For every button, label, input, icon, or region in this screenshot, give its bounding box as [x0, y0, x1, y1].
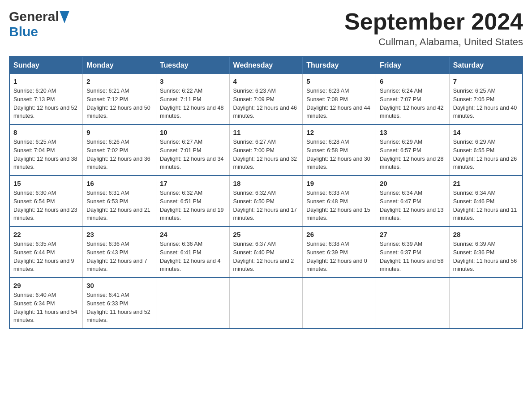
day-number: 7 [453, 77, 519, 85]
col-header-wednesday: Wednesday [229, 56, 303, 74]
day-number: 2 [86, 77, 152, 85]
day-number: 5 [306, 77, 372, 85]
calendar-cell: 26Sunrise: 6:38 AMSunset: 6:39 PMDayligh… [303, 227, 376, 278]
calendar-cell: 11Sunrise: 6:27 AMSunset: 7:00 PMDayligh… [229, 124, 303, 176]
day-number: 17 [160, 180, 226, 187]
calendar-cell: 8Sunrise: 6:25 AMSunset: 7:04 PMDaylight… [9, 124, 83, 176]
day-info: Sunrise: 6:34 AMSunset: 6:47 PMDaylight:… [380, 189, 446, 223]
calendar-cell: 15Sunrise: 6:30 AMSunset: 6:54 PMDayligh… [9, 176, 83, 227]
day-number: 16 [86, 180, 152, 187]
day-info: Sunrise: 6:41 AMSunset: 6:33 PMDaylight:… [86, 291, 152, 325]
calendar-cell: 29Sunrise: 6:40 AMSunset: 6:34 PMDayligh… [9, 278, 83, 329]
calendar-cell [376, 278, 450, 329]
day-info: Sunrise: 6:34 AMSunset: 6:46 PMDaylight:… [453, 189, 519, 223]
calendar-cell: 24Sunrise: 6:36 AMSunset: 6:41 PMDayligh… [156, 227, 229, 278]
calendar-cell: 23Sunrise: 6:36 AMSunset: 6:43 PMDayligh… [83, 227, 156, 278]
day-info: Sunrise: 6:21 AMSunset: 7:12 PMDaylight:… [86, 87, 152, 120]
col-header-monday: Monday [83, 56, 156, 74]
day-info: Sunrise: 6:40 AMSunset: 6:34 PMDaylight:… [13, 291, 79, 325]
calendar-week-row: 29Sunrise: 6:40 AMSunset: 6:34 PMDayligh… [9, 278, 523, 329]
day-info: Sunrise: 6:25 AMSunset: 7:05 PMDaylight:… [453, 87, 519, 120]
day-number: 14 [453, 128, 519, 136]
day-info: Sunrise: 6:35 AMSunset: 6:44 PMDaylight:… [13, 240, 79, 274]
day-info: Sunrise: 6:22 AMSunset: 7:11 PMDaylight:… [160, 87, 226, 120]
day-number: 15 [13, 180, 79, 187]
day-info: Sunrise: 6:36 AMSunset: 6:41 PMDaylight:… [160, 240, 226, 274]
day-info: Sunrise: 6:23 AMSunset: 7:08 PMDaylight:… [306, 87, 372, 120]
logo-general-text: General [9, 9, 59, 24]
calendar-week-row: 15Sunrise: 6:30 AMSunset: 6:54 PMDayligh… [9, 176, 523, 227]
day-info: Sunrise: 6:29 AMSunset: 6:57 PMDaylight:… [380, 138, 446, 171]
day-number: 3 [160, 77, 226, 85]
day-info: Sunrise: 6:33 AMSunset: 6:48 PMDaylight:… [306, 189, 372, 223]
day-number: 24 [160, 231, 226, 238]
calendar-cell [156, 278, 229, 329]
day-info: Sunrise: 6:39 AMSunset: 6:37 PMDaylight:… [380, 240, 446, 274]
day-info: Sunrise: 6:28 AMSunset: 6:58 PMDaylight:… [306, 138, 372, 171]
calendar-cell: 19Sunrise: 6:33 AMSunset: 6:48 PMDayligh… [303, 176, 376, 227]
calendar-cell: 21Sunrise: 6:34 AMSunset: 6:46 PMDayligh… [449, 176, 523, 227]
calendar-cell: 9Sunrise: 6:26 AMSunset: 7:02 PMDaylight… [83, 124, 156, 176]
calendar-week-row: 22Sunrise: 6:35 AMSunset: 6:44 PMDayligh… [9, 227, 523, 278]
calendar-cell: 1Sunrise: 6:20 AMSunset: 7:13 PMDaylight… [9, 74, 83, 124]
day-info: Sunrise: 6:39 AMSunset: 6:36 PMDaylight:… [453, 240, 519, 274]
day-info: Sunrise: 6:38 AMSunset: 6:39 PMDaylight:… [306, 240, 372, 274]
calendar-cell: 27Sunrise: 6:39 AMSunset: 6:37 PMDayligh… [376, 227, 450, 278]
calendar-header-row: SundayMondayTuesdayWednesdayThursdayFrid… [9, 56, 523, 74]
day-info: Sunrise: 6:27 AMSunset: 7:01 PMDaylight:… [160, 138, 226, 171]
day-number: 23 [86, 231, 152, 238]
day-number: 9 [86, 128, 152, 136]
calendar-cell [449, 278, 523, 329]
calendar-cell: 22Sunrise: 6:35 AMSunset: 6:44 PMDayligh… [9, 227, 83, 278]
day-number: 27 [380, 231, 446, 238]
calendar-cell: 12Sunrise: 6:28 AMSunset: 6:58 PMDayligh… [303, 124, 376, 176]
day-number: 1 [13, 77, 79, 85]
day-info: Sunrise: 6:30 AMSunset: 6:54 PMDaylight:… [13, 189, 79, 223]
day-number: 30 [86, 282, 152, 289]
subtitle: Cullman, Alabama, United States [344, 36, 523, 48]
calendar-week-row: 1Sunrise: 6:20 AMSunset: 7:13 PMDaylight… [9, 74, 523, 124]
day-number: 26 [306, 231, 372, 238]
calendar-cell: 25Sunrise: 6:37 AMSunset: 6:40 PMDayligh… [229, 227, 303, 278]
day-number: 29 [13, 282, 79, 289]
day-info: Sunrise: 6:36 AMSunset: 6:43 PMDaylight:… [86, 240, 152, 274]
calendar-cell: 16Sunrise: 6:31 AMSunset: 6:53 PMDayligh… [83, 176, 156, 227]
day-info: Sunrise: 6:32 AMSunset: 6:51 PMDaylight:… [160, 189, 226, 223]
calendar-cell: 14Sunrise: 6:29 AMSunset: 6:55 PMDayligh… [449, 124, 523, 176]
calendar-cell: 7Sunrise: 6:25 AMSunset: 7:05 PMDaylight… [449, 74, 523, 124]
main-title: September 2024 [344, 9, 523, 34]
day-info: Sunrise: 6:37 AMSunset: 6:40 PMDaylight:… [233, 240, 299, 274]
logo-arrow-icon [60, 11, 69, 23]
calendar-week-row: 8Sunrise: 6:25 AMSunset: 7:04 PMDaylight… [9, 124, 523, 176]
day-number: 12 [306, 128, 372, 136]
day-info: Sunrise: 6:20 AMSunset: 7:13 PMDaylight:… [13, 87, 79, 120]
svg-marker-0 [60, 11, 69, 23]
col-header-friday: Friday [376, 56, 450, 74]
calendar-cell: 13Sunrise: 6:29 AMSunset: 6:57 PMDayligh… [376, 124, 450, 176]
calendar-cell: 10Sunrise: 6:27 AMSunset: 7:01 PMDayligh… [156, 124, 229, 176]
calendar-cell: 6Sunrise: 6:24 AMSunset: 7:07 PMDaylight… [376, 74, 450, 124]
day-number: 4 [233, 77, 299, 85]
day-number: 11 [233, 128, 299, 136]
day-number: 20 [380, 180, 446, 187]
day-info: Sunrise: 6:31 AMSunset: 6:53 PMDaylight:… [86, 189, 152, 223]
calendar-cell: 28Sunrise: 6:39 AMSunset: 6:36 PMDayligh… [449, 227, 523, 278]
logo: General Blue [9, 9, 69, 39]
day-number: 25 [233, 231, 299, 238]
day-info: Sunrise: 6:26 AMSunset: 7:02 PMDaylight:… [86, 138, 152, 171]
day-number: 13 [380, 128, 446, 136]
day-number: 10 [160, 128, 226, 136]
calendar-cell: 30Sunrise: 6:41 AMSunset: 6:33 PMDayligh… [83, 278, 156, 329]
day-number: 22 [13, 231, 79, 238]
calendar-cell [229, 278, 303, 329]
day-number: 19 [306, 180, 372, 187]
page-header: General Blue September 2024 Cullman, Ala… [9, 9, 523, 48]
day-info: Sunrise: 6:29 AMSunset: 6:55 PMDaylight:… [453, 138, 519, 171]
day-info: Sunrise: 6:27 AMSunset: 7:00 PMDaylight:… [233, 138, 299, 171]
day-number: 6 [380, 77, 446, 85]
col-header-tuesday: Tuesday [156, 56, 229, 74]
col-header-sunday: Sunday [9, 56, 83, 74]
calendar-cell: 18Sunrise: 6:32 AMSunset: 6:50 PMDayligh… [229, 176, 303, 227]
calendar-cell: 5Sunrise: 6:23 AMSunset: 7:08 PMDaylight… [303, 74, 376, 124]
calendar-cell: 4Sunrise: 6:23 AMSunset: 7:09 PMDaylight… [229, 74, 303, 124]
